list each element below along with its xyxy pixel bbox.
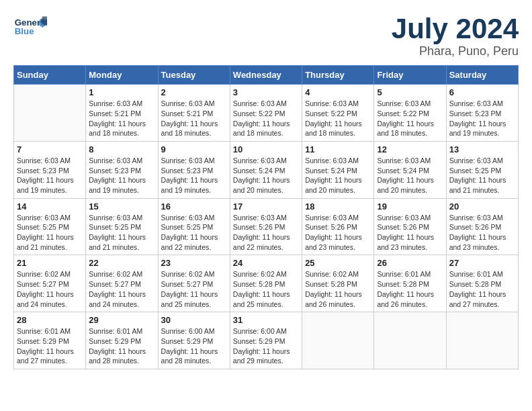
calendar-day-cell: 1Sunrise: 6:03 AM Sunset: 5:21 PM Daylig…: [86, 85, 158, 142]
calendar-day-cell: 20Sunrise: 6:03 AM Sunset: 5:26 PM Dayli…: [446, 198, 518, 255]
day-detail: Sunrise: 6:01 AM Sunset: 5:28 PM Dayligh…: [377, 269, 443, 309]
calendar-day-cell: 17Sunrise: 6:03 AM Sunset: 5:26 PM Dayli…: [230, 198, 302, 255]
calendar-day-cell: 13Sunrise: 6:03 AM Sunset: 5:25 PM Dayli…: [446, 141, 518, 198]
weekday-header-saturday: Saturday: [446, 66, 518, 85]
day-number: 20: [449, 201, 515, 212]
day-number: 3: [233, 87, 299, 97]
day-number: 5: [377, 87, 443, 97]
day-detail: Sunrise: 6:02 AM Sunset: 5:27 PM Dayligh…: [89, 269, 154, 309]
day-detail: Sunrise: 6:03 AM Sunset: 5:26 PM Dayligh…: [449, 213, 515, 253]
location-title: Phara, Puno, Peru: [392, 44, 519, 58]
calendar-day-cell: 7Sunrise: 6:03 AM Sunset: 5:23 PM Daylig…: [14, 141, 86, 198]
calendar-week-row: 7Sunrise: 6:03 AM Sunset: 5:23 PM Daylig…: [14, 141, 519, 198]
day-detail: Sunrise: 6:01 AM Sunset: 5:28 PM Dayligh…: [449, 269, 515, 309]
day-number: 15: [89, 201, 154, 212]
calendar-day-cell: 31Sunrise: 6:00 AM Sunset: 5:29 PM Dayli…: [230, 312, 302, 369]
day-detail: Sunrise: 6:03 AM Sunset: 5:26 PM Dayligh…: [377, 213, 443, 253]
day-detail: Sunrise: 6:03 AM Sunset: 5:23 PM Dayligh…: [161, 156, 227, 195]
weekday-header-thursday: Thursday: [302, 66, 374, 85]
day-number: 2: [161, 87, 227, 97]
header: General Blue July 2024 Phara, Puno, Peru: [13, 13, 519, 58]
calendar-day-cell: 15Sunrise: 6:03 AM Sunset: 5:25 PM Dayli…: [86, 198, 158, 255]
day-detail: Sunrise: 6:01 AM Sunset: 5:29 PM Dayligh…: [17, 326, 83, 366]
calendar-day-cell: [14, 85, 86, 142]
calendar-day-cell: 21Sunrise: 6:02 AM Sunset: 5:27 PM Dayli…: [14, 255, 86, 312]
day-detail: Sunrise: 6:02 AM Sunset: 5:28 PM Dayligh…: [305, 269, 371, 309]
day-detail: Sunrise: 6:01 AM Sunset: 5:29 PM Dayligh…: [89, 326, 154, 366]
calendar-day-cell: [374, 312, 446, 369]
day-number: 1: [89, 87, 154, 97]
day-detail: Sunrise: 6:03 AM Sunset: 5:25 PM Dayligh…: [89, 213, 154, 253]
day-detail: Sunrise: 6:03 AM Sunset: 5:23 PM Dayligh…: [449, 99, 515, 138]
calendar-day-cell: 29Sunrise: 6:01 AM Sunset: 5:29 PM Dayli…: [86, 312, 158, 369]
title-area: July 2024 Phara, Puno, Peru: [392, 13, 519, 58]
day-detail: Sunrise: 6:03 AM Sunset: 5:21 PM Dayligh…: [161, 99, 227, 138]
day-number: 17: [233, 201, 299, 212]
day-number: 18: [305, 201, 371, 212]
weekday-header-row: SundayMondayTuesdayWednesdayThursdayFrid…: [14, 66, 519, 85]
day-number: 21: [17, 258, 83, 268]
day-detail: Sunrise: 6:03 AM Sunset: 5:22 PM Dayligh…: [305, 99, 371, 138]
day-number: 23: [161, 258, 227, 268]
svg-text:Blue: Blue: [15, 26, 34, 36]
calendar-day-cell: 14Sunrise: 6:03 AM Sunset: 5:25 PM Dayli…: [14, 198, 86, 255]
calendar-week-row: 14Sunrise: 6:03 AM Sunset: 5:25 PM Dayli…: [14, 198, 519, 255]
day-number: 12: [377, 144, 443, 154]
weekday-header-tuesday: Tuesday: [158, 66, 230, 85]
calendar-day-cell: 26Sunrise: 6:01 AM Sunset: 5:28 PM Dayli…: [374, 255, 446, 312]
calendar-week-row: 28Sunrise: 6:01 AM Sunset: 5:29 PM Dayli…: [14, 312, 519, 369]
day-detail: Sunrise: 6:02 AM Sunset: 5:27 PM Dayligh…: [161, 269, 227, 309]
calendar-day-cell: 2Sunrise: 6:03 AM Sunset: 5:21 PM Daylig…: [158, 85, 230, 142]
day-number: 6: [449, 87, 515, 97]
day-detail: Sunrise: 6:03 AM Sunset: 5:22 PM Dayligh…: [233, 99, 299, 138]
calendar-table: SundayMondayTuesdayWednesdayThursdayFrid…: [13, 65, 519, 369]
day-number: 22: [89, 258, 154, 268]
day-detail: Sunrise: 6:03 AM Sunset: 5:24 PM Dayligh…: [305, 156, 371, 195]
day-number: 4: [305, 87, 371, 97]
calendar-day-cell: 28Sunrise: 6:01 AM Sunset: 5:29 PM Dayli…: [14, 312, 86, 369]
day-number: 9: [161, 144, 227, 154]
calendar-day-cell: 8Sunrise: 6:03 AM Sunset: 5:23 PM Daylig…: [86, 141, 158, 198]
day-number: 25: [305, 258, 371, 268]
day-detail: Sunrise: 6:03 AM Sunset: 5:23 PM Dayligh…: [17, 156, 83, 195]
logo-svg: General Blue: [13, 13, 47, 40]
calendar-day-cell: 5Sunrise: 6:03 AM Sunset: 5:22 PM Daylig…: [374, 85, 446, 142]
calendar-week-row: 21Sunrise: 6:02 AM Sunset: 5:27 PM Dayli…: [14, 255, 519, 312]
calendar-day-cell: 3Sunrise: 6:03 AM Sunset: 5:22 PM Daylig…: [230, 85, 302, 142]
day-number: 28: [17, 315, 83, 325]
day-detail: Sunrise: 6:00 AM Sunset: 5:29 PM Dayligh…: [233, 326, 299, 366]
day-detail: Sunrise: 6:03 AM Sunset: 5:25 PM Dayligh…: [161, 213, 227, 253]
calendar-day-cell: [446, 312, 518, 369]
weekday-header-friday: Friday: [374, 66, 446, 85]
weekday-header-monday: Monday: [86, 66, 158, 85]
calendar-day-cell: 12Sunrise: 6:03 AM Sunset: 5:24 PM Dayli…: [374, 141, 446, 198]
day-number: 27: [449, 258, 515, 268]
day-detail: Sunrise: 6:03 AM Sunset: 5:26 PM Dayligh…: [233, 213, 299, 253]
day-number: 16: [161, 201, 227, 212]
calendar-day-cell: 4Sunrise: 6:03 AM Sunset: 5:22 PM Daylig…: [302, 85, 374, 142]
day-number: 8: [89, 144, 154, 154]
day-number: 11: [305, 144, 371, 154]
day-detail: Sunrise: 6:03 AM Sunset: 5:25 PM Dayligh…: [17, 213, 83, 253]
calendar-day-cell: 25Sunrise: 6:02 AM Sunset: 5:28 PM Dayli…: [302, 255, 374, 312]
calendar-day-cell: 9Sunrise: 6:03 AM Sunset: 5:23 PM Daylig…: [158, 141, 230, 198]
day-detail: Sunrise: 6:03 AM Sunset: 5:21 PM Dayligh…: [89, 99, 154, 138]
weekday-header-sunday: Sunday: [14, 66, 86, 85]
day-number: 7: [17, 144, 83, 154]
day-detail: Sunrise: 6:00 AM Sunset: 5:29 PM Dayligh…: [161, 326, 227, 366]
calendar-day-cell: 27Sunrise: 6:01 AM Sunset: 5:28 PM Dayli…: [446, 255, 518, 312]
day-number: 10: [233, 144, 299, 154]
month-title: July 2024: [392, 13, 519, 44]
calendar-day-cell: [302, 312, 374, 369]
calendar-day-cell: 19Sunrise: 6:03 AM Sunset: 5:26 PM Dayli…: [374, 198, 446, 255]
calendar-day-cell: 24Sunrise: 6:02 AM Sunset: 5:28 PM Dayli…: [230, 255, 302, 312]
day-detail: Sunrise: 6:03 AM Sunset: 5:22 PM Dayligh…: [377, 99, 443, 138]
day-number: 26: [377, 258, 443, 268]
day-detail: Sunrise: 6:02 AM Sunset: 5:28 PM Dayligh…: [233, 269, 299, 309]
day-detail: Sunrise: 6:02 AM Sunset: 5:27 PM Dayligh…: [17, 269, 83, 309]
day-number: 19: [377, 201, 443, 212]
day-number: 13: [449, 144, 515, 154]
calendar-day-cell: 10Sunrise: 6:03 AM Sunset: 5:24 PM Dayli…: [230, 141, 302, 198]
day-detail: Sunrise: 6:03 AM Sunset: 5:24 PM Dayligh…: [377, 156, 443, 195]
calendar-day-cell: 6Sunrise: 6:03 AM Sunset: 5:23 PM Daylig…: [446, 85, 518, 142]
